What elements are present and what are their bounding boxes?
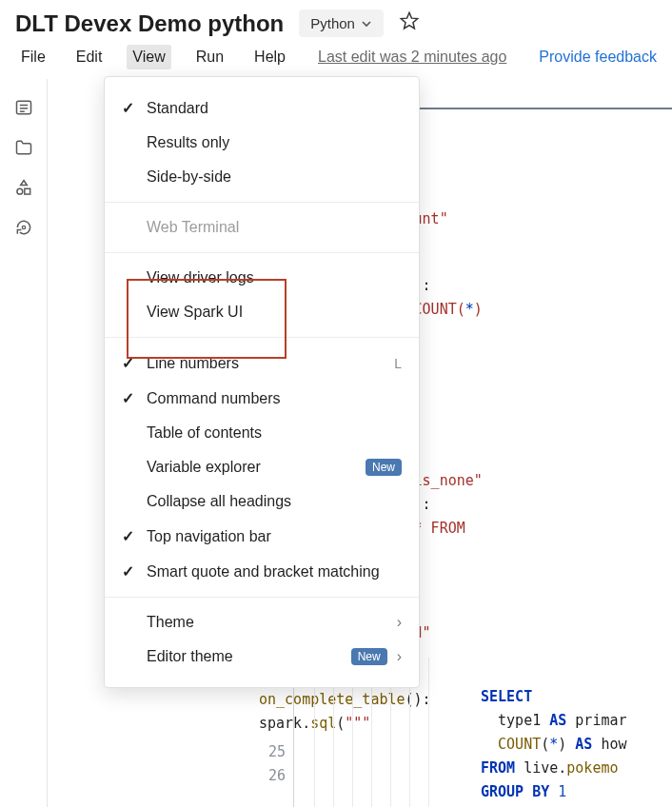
menu-view[interactable]: View bbox=[127, 45, 170, 69]
check-icon: ✓ bbox=[122, 99, 137, 117]
view-side-by-side[interactable]: Side-by-side bbox=[105, 160, 419, 194]
check-icon: ✓ bbox=[122, 354, 137, 372]
view-variable-explorer[interactable]: Variable explorer New bbox=[105, 450, 419, 484]
check-icon: ✓ bbox=[122, 527, 137, 545]
left-rail bbox=[0, 79, 48, 807]
view-toc[interactable]: Table of contents bbox=[105, 416, 419, 450]
view-top-nav-bar[interactable]: ✓ Top navigation bar bbox=[105, 519, 419, 554]
folder-icon[interactable] bbox=[14, 138, 33, 157]
language-dropdown[interactable]: Python bbox=[299, 10, 384, 37]
view-collapse-headings[interactable]: Collapse all headings bbox=[105, 484, 419, 519]
view-command-numbers[interactable]: ✓ Command numbers bbox=[105, 381, 419, 416]
menu-file[interactable]: File bbox=[15, 45, 51, 69]
last-edit-link[interactable]: Last edit was 2 minutes ago bbox=[318, 49, 506, 66]
view-web-terminal: Web Terminal bbox=[105, 210, 419, 245]
notebook-title: DLT Devex Demo python bbox=[15, 10, 284, 37]
check-icon: ✓ bbox=[122, 562, 137, 581]
check-icon: ✓ bbox=[122, 389, 137, 407]
menu-run[interactable]: Run bbox=[190, 45, 229, 69]
view-results-only[interactable]: Results only bbox=[105, 126, 419, 160]
svg-point-4 bbox=[16, 188, 22, 194]
shapes-icon[interactable] bbox=[14, 178, 33, 197]
chevron-down-icon bbox=[361, 18, 372, 30]
svg-rect-5 bbox=[24, 188, 30, 194]
new-badge: New bbox=[366, 459, 402, 476]
sql-block: SELECT type1 AS primar COUNT(*) AS how F… bbox=[481, 661, 627, 807]
chevron-right-icon: › bbox=[397, 614, 402, 631]
view-driver-logs[interactable]: View driver logs bbox=[105, 261, 419, 295]
view-spark-ui[interactable]: View Spark UI bbox=[105, 295, 419, 329]
view-theme[interactable]: Theme › bbox=[105, 605, 419, 640]
view-smart-quote[interactable]: ✓ Smart quote and bracket matching bbox=[105, 554, 419, 589]
refresh-gear-icon[interactable] bbox=[14, 218, 33, 237]
view-dropdown-menu: ✓ Standard Results only Side-by-side Web… bbox=[104, 76, 420, 688]
language-label: Python bbox=[310, 15, 355, 31]
svg-point-6 bbox=[22, 226, 25, 228]
menu-help[interactable]: Help bbox=[248, 45, 291, 69]
chevron-right-icon: › bbox=[397, 648, 402, 665]
new-badge: New bbox=[351, 648, 387, 665]
view-line-numbers[interactable]: ✓ Line numbers L bbox=[105, 345, 419, 381]
line-gutter: 25 26 bbox=[259, 740, 286, 788]
menu-edit[interactable]: Edit bbox=[70, 45, 109, 69]
view-standard[interactable]: ✓ Standard bbox=[105, 90, 419, 126]
list-icon[interactable] bbox=[14, 98, 33, 117]
provide-feedback-link[interactable]: Provide feedback bbox=[539, 49, 657, 66]
view-editor-theme[interactable]: Editor theme New › bbox=[105, 640, 419, 674]
star-icon[interactable] bbox=[399, 10, 420, 36]
